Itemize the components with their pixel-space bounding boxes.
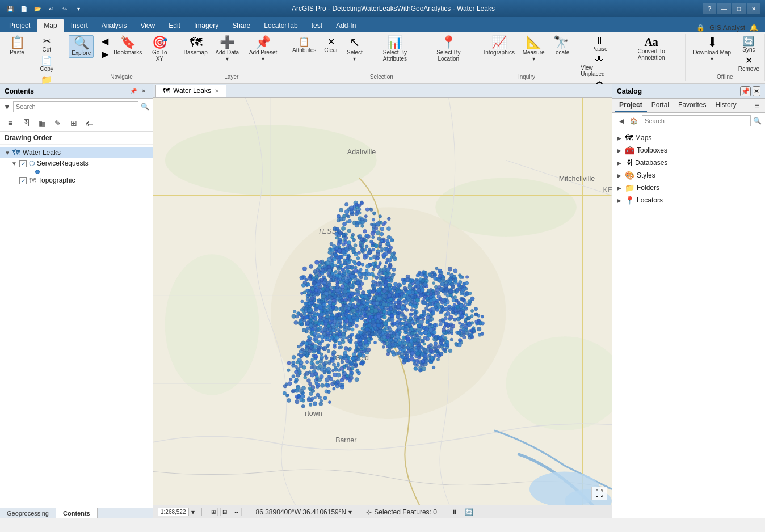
catalog-item-databases[interactable]: ▶ 🗄 Databases (612, 157, 765, 169)
grid-button1[interactable]: ⊞ (209, 508, 218, 516)
catalog-tab-portal[interactable]: Portal (647, 99, 674, 112)
select-button[interactable]: ↖ Select ▾ (342, 35, 367, 63)
basemap-button[interactable]: 🗺 Basemap (182, 35, 210, 57)
scale-selector[interactable]: 1:268,522 ▾ (158, 508, 195, 516)
checkbox-topographic[interactable] (19, 177, 27, 184)
map-tab-close[interactable]: ✕ (215, 88, 219, 94)
pause-button-status[interactable]: ⏸ (451, 508, 458, 516)
nav-col3: 🎯 Go To XY (145, 35, 174, 63)
layer-topographic[interactable]: ▶ 🗺 Topographic (0, 175, 153, 185)
catalog-tab-project[interactable]: Project (615, 99, 647, 112)
download-map-button[interactable]: ⬇ Download Map ▾ (689, 35, 735, 63)
selected-view-button[interactable]: ✎ (51, 117, 65, 129)
add-preset-button[interactable]: 📌 Add Preset ▾ (245, 35, 281, 63)
select-icon: ↖ (350, 36, 360, 49)
map-tab-water-leaks[interactable]: 🗺 Water Leaks ✕ (155, 85, 226, 97)
maximize-button[interactable]: □ (732, 3, 746, 14)
cut-button[interactable]: ✂ Cut (32, 35, 61, 53)
tab-project[interactable]: Project (2, 19, 37, 32)
user-name: GIS Analyst (709, 24, 745, 32)
select-by-location-button[interactable]: 📍 Select By Location (423, 35, 474, 63)
db-view-button[interactable]: 🗄 (19, 117, 33, 129)
qat-customize[interactable]: ▾ (73, 3, 84, 14)
list-view-button[interactable]: ≡ (3, 117, 17, 129)
refresh-button-status[interactable]: 🔄 (465, 508, 473, 516)
tab-test[interactable]: test (305, 19, 329, 32)
filter-button[interactable]: ▦ (35, 117, 49, 129)
maps-expand: ▶ (617, 135, 623, 141)
map-viewport[interactable]: Adairville Mitchellville KENTUCKY TESSEE… (153, 98, 612, 505)
grid-button2[interactable]: ⊟ (220, 508, 229, 516)
tab-analysis[interactable]: Analysis (95, 19, 134, 32)
view-unplaced-button[interactable]: 👁 View Unplaced (579, 54, 620, 78)
catalog-tab-history[interactable]: History (711, 99, 741, 112)
coordinates-dropdown[interactable]: ▾ (348, 508, 352, 516)
contents-close-button[interactable]: ✕ (139, 87, 148, 96)
tab-addin[interactable]: Add-In (329, 19, 363, 32)
goto-xy-button[interactable]: 🎯 Go To XY (145, 35, 174, 63)
help-button[interactable]: ? (703, 3, 716, 14)
lock-icon: 🔒 (696, 24, 705, 32)
qat-redo[interactable]: ↪ (59, 3, 70, 14)
tab-contents[interactable]: Contents (56, 508, 98, 518)
close-button[interactable]: ✕ (747, 3, 760, 14)
back-button[interactable]: ◀ (100, 35, 110, 47)
checkbox-service-requests[interactable] (19, 160, 27, 167)
add-data-button[interactable]: ➕ Add Data ▾ (211, 35, 243, 63)
layer-service-requests[interactable]: ▼ ⬡ ServiceRequests (0, 158, 153, 168)
label-button[interactable]: 🏷 (83, 117, 96, 129)
catalog-close-button[interactable]: ✕ (753, 86, 760, 96)
catalog-home-button[interactable]: 🏠 (628, 115, 640, 126)
layer-icon: ⬡ (29, 159, 35, 167)
qat-open[interactable]: 📂 (32, 3, 43, 14)
remove-button[interactable]: ✕ Remove (737, 54, 761, 73)
tab-imagery[interactable]: Imagery (187, 19, 225, 32)
contents-search-input[interactable] (13, 101, 138, 112)
clear-button[interactable]: ✕ Clear (321, 35, 341, 54)
layer-water-leaks[interactable]: ▼ 🗺 Water Leaks (0, 147, 153, 158)
catalog-item-styles[interactable]: ▶ 🎨 Styles (612, 169, 765, 181)
catalog-pin-button[interactable]: 📌 (740, 86, 751, 96)
measure-button[interactable]: 📐 Measure ▾ (518, 35, 549, 63)
infographics-button[interactable]: 📈 Infographics (482, 35, 517, 57)
scale-value[interactable]: 1:268,522 (158, 508, 189, 516)
catalog-search-button[interactable]: 🔍 (753, 117, 762, 125)
forward-button[interactable]: ▶ (100, 48, 110, 60)
tab-view[interactable]: View (133, 19, 162, 32)
zoom-to-extent-button[interactable]: ⛶ (591, 487, 607, 500)
locate-button[interactable]: 🔭 Locate (550, 35, 571, 57)
catalog-item-folders[interactable]: ▶ 📁 Folders (612, 181, 765, 194)
tab-geoprocessing[interactable]: Geoprocessing (0, 508, 56, 518)
tab-share[interactable]: Share (225, 19, 257, 32)
snap-button[interactable]: ⊞ (67, 117, 81, 129)
sync-button[interactable]: 🔄 Sync (737, 35, 761, 53)
grid-button3[interactable]: ↔ (232, 508, 242, 516)
tab-insert[interactable]: Insert (64, 19, 95, 32)
tab-map[interactable]: Map (37, 19, 64, 32)
paste-button[interactable]: 📋 Paste (3, 35, 31, 57)
bookmarks-button[interactable]: 🔖 Bookmarks (111, 35, 144, 57)
select-by-attributes-button[interactable]: 📊 Select By Attributes (368, 35, 422, 63)
attributes-button[interactable]: 📋 Attributes (289, 35, 320, 54)
explore-button[interactable]: 🔍 Explore (69, 35, 94, 58)
status-sep3 (359, 508, 359, 516)
convert-annotation-button[interactable]: Aa Convert To Annotation (621, 35, 682, 62)
catalog-item-maps[interactable]: ▶ 🗺 Maps (612, 132, 765, 144)
copy-button[interactable]: 📄 Copy (32, 54, 61, 73)
catalog-item-toolboxes[interactable]: ▶ 🧰 Toolboxes (612, 144, 765, 157)
tab-locatortab[interactable]: LocatorTab (257, 19, 304, 32)
catalog-tab-favorites[interactable]: Favorites (674, 99, 711, 112)
minimize-button[interactable]: — (717, 3, 731, 14)
pause-button[interactable]: ⏸ Pause (579, 35, 620, 53)
scale-dropdown-arrow[interactable]: ▾ (191, 508, 195, 516)
qat-new[interactable]: 📄 (18, 3, 30, 14)
qat-save[interactable]: 💾 (5, 3, 16, 14)
contents-search-button[interactable]: 🔍 (141, 103, 149, 111)
tab-edit[interactable]: Edit (162, 19, 187, 32)
catalog-item-locators[interactable]: ▶ 📍 Locators (612, 194, 765, 206)
qat-undo[interactable]: ↩ (45, 3, 57, 14)
contents-pin-button[interactable]: 📌 (129, 87, 138, 96)
catalog-tab-menu[interactable]: ≡ (751, 99, 763, 112)
catalog-search-input[interactable] (642, 115, 751, 126)
catalog-back-button[interactable]: ◀ (616, 115, 627, 126)
